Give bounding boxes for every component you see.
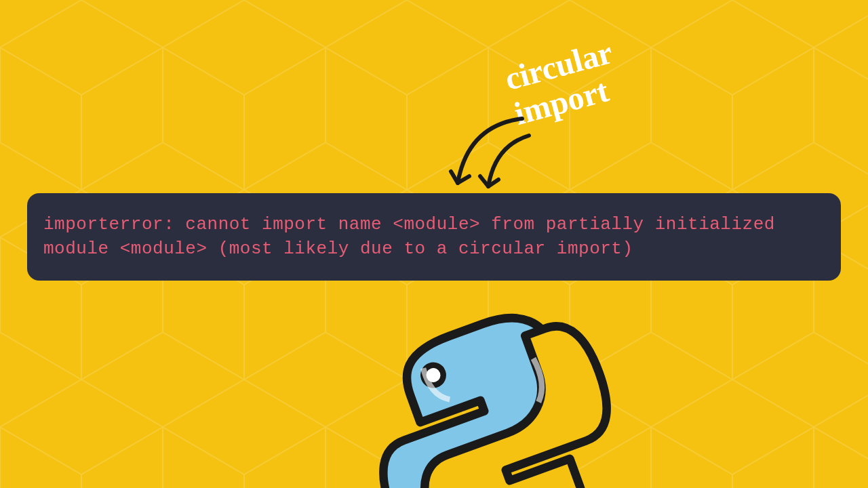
error-message-box: importerror: cannot import name <module>…	[27, 193, 841, 281]
error-message-text: importerror: cannot import name <module>…	[43, 214, 775, 259]
arrow-icon	[434, 112, 536, 200]
